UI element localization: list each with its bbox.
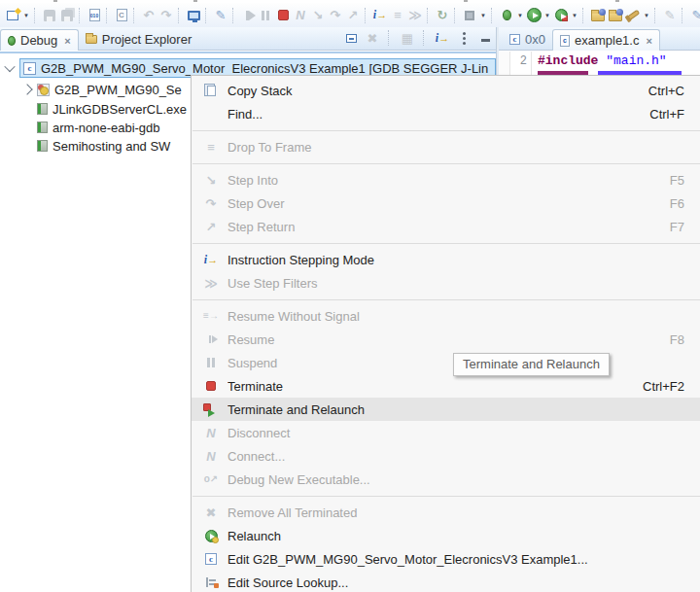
blue-ball-badge — [616, 9, 623, 16]
tree-row-semihosting[interactable]: Semihosting and SW — [37, 136, 170, 156]
collapse-all-button[interactable] — [342, 29, 360, 47]
target-chip-dropdown[interactable]: ▼ — [478, 13, 488, 18]
tab-debug[interactable]: Debug × — [0, 29, 79, 51]
toolbar-separator — [232, 8, 236, 23]
chevron-right-icon[interactable] — [21, 84, 32, 94]
tree-row-jlink-server[interactable]: JLinkGDBServerCL.exe — [37, 99, 187, 119]
instruction-stepping-icon: i→ — [436, 31, 449, 46]
yellow-badge — [212, 537, 219, 543]
refresh-target-button[interactable]: ↻ — [434, 7, 451, 24]
search-button[interactable] — [624, 7, 642, 24]
resume-icon — [199, 335, 223, 343]
step-into-button[interactable]: ↘ — [309, 7, 327, 24]
toolbar-separator — [79, 8, 83, 23]
step-filters-icon: ≫ — [408, 9, 422, 21]
drop-to-frame-button[interactable]: ≡ — [389, 7, 406, 24]
menu-item-relaunch[interactable]: Relaunch — [192, 524, 700, 547]
mark-occurrences-button[interactable]: ✎ — [212, 7, 229, 24]
process-icon — [37, 84, 50, 96]
debug-new-executable-icon: o↗ — [199, 474, 223, 484]
menu-item-edit-source-lookup[interactable]: Edit Source Lookup... — [192, 571, 700, 592]
menu-item-edit-launch-config[interactable]: c Edit G2B_PWM_MG90_Servo_Motor_Elecroni… — [192, 547, 700, 571]
external-tools-icon — [555, 9, 568, 21]
external-tools-button[interactable] — [552, 7, 570, 24]
suspend-button[interactable] — [257, 7, 274, 24]
tree-row-label: G2B_PWM_MG90_Se — [54, 83, 182, 97]
tree-row-gdb[interactable]: arm-none-eabi-gdb — [37, 118, 160, 137]
new-dropdown-button[interactable]: ▼ — [21, 13, 31, 18]
run-dropdown[interactable]: ▼ — [542, 13, 552, 18]
minimize-view-button[interactable] — [476, 29, 494, 47]
editor-tab-row: c 0x0 c example1.c × — [499, 27, 700, 51]
red-badge — [562, 16, 568, 21]
remove-all-icon: ✖ — [368, 32, 378, 45]
external-tools-dropdown[interactable]: ▼ — [570, 13, 579, 18]
view-menu-button[interactable] — [455, 29, 472, 47]
refresh-icon: ↻ — [438, 9, 448, 21]
chevron-down-icon[interactable] — [4, 61, 15, 72]
open-resource-button[interactable] — [607, 7, 624, 24]
stop-icon — [278, 10, 289, 20]
drop-to-frame-icon: ≡ — [199, 141, 223, 154]
open-folder-icon — [609, 12, 622, 21]
build-button[interactable]: C — [113, 7, 130, 24]
menu-item-suspend: Suspend — [192, 351, 700, 374]
run-icon — [527, 8, 542, 22]
tab-example1c[interactable]: c example1.c × — [552, 29, 660, 51]
tree-row-label: G2B_PWM_MG90_Servo_Motor_ElecronicsV3 Ex… — [41, 61, 488, 76]
tab-project-explorer[interactable]: Project Explorer — [79, 28, 198, 50]
menu-item-find[interactable]: Find... Ctrl+F — [192, 102, 700, 125]
toolbar-separator — [365, 8, 368, 23]
menu-item-step-return: ↗ Step Return F7 — [192, 215, 700, 238]
view-layout-button[interactable]: ▦ — [399, 29, 416, 47]
step-return-button[interactable]: ↗ — [344, 7, 362, 24]
remove-all-icon: ✖ — [199, 506, 223, 519]
console-button[interactable] — [185, 7, 202, 24]
instruction-stepping-icon: i→ — [373, 8, 387, 22]
run-button[interactable] — [525, 7, 542, 24]
menu-separator — [192, 238, 700, 248]
undo-button[interactable]: ↶ — [140, 7, 158, 24]
drop-to-frame-icon: ≡ — [394, 9, 402, 21]
step-over-button[interactable]: ↷ — [327, 7, 344, 24]
menu-item-use-step-filters: ≫ Use Step Filters — [192, 271, 700, 295]
binary-file-button[interactable]: 010 — [86, 7, 103, 24]
instruction-stepping-button[interactable]: i→ — [371, 7, 389, 24]
new-file-icon — [7, 11, 18, 20]
resume-button[interactable] — [239, 7, 257, 24]
open-element-button[interactable] — [589, 7, 607, 24]
menu-item-terminate-and-relaunch[interactable]: Terminate and Relaunch — [192, 398, 700, 421]
menu-item-copy-stack[interactable]: Copy Stack Ctrl+C — [192, 79, 700, 102]
menubar-remnant — [53, 0, 57, 2]
menu-item-debug-new-executable: o↗ Debug New Executable... — [192, 468, 700, 491]
target-chip-button[interactable] — [461, 7, 478, 24]
save-all-button[interactable] — [58, 7, 76, 24]
annotation-button[interactable]: ✎ — [661, 7, 679, 24]
tab-0x0[interactable]: c 0x0 — [503, 28, 552, 50]
debug-dropdown[interactable]: ▼ — [515, 13, 525, 18]
close-icon[interactable]: × — [64, 35, 70, 47]
menubar-remnant — [464, 0, 468, 2]
menu-item-terminate[interactable]: Terminate Ctrl+F2 — [192, 374, 700, 398]
toolbar-separator — [34, 8, 38, 23]
disconnect-button[interactable]: N — [292, 7, 309, 24]
menubar-remnant — [193, 0, 197, 2]
instruction-stepping-toggle[interactable]: i→ — [434, 29, 451, 47]
tree-row-target[interactable]: G2B_PWM_MG90_Se — [23, 80, 182, 99]
terminate-icon — [199, 381, 223, 391]
save-button[interactable] — [41, 7, 58, 24]
toolbar-separator — [491, 8, 495, 23]
menu-item-instruction-stepping-mode[interactable]: i→ Instruction Stepping Mode — [192, 248, 700, 271]
search-dropdown[interactable]: ▼ — [642, 13, 651, 18]
redo-button[interactable]: ↷ — [158, 7, 175, 24]
menu-separator — [192, 295, 700, 304]
new-wizard-button[interactable] — [4, 7, 21, 24]
last-edit-button[interactable]: ✎ — [688, 7, 700, 24]
c-file-icon: C — [117, 9, 127, 21]
remove-all-terminated-button[interactable]: ✖ — [364, 29, 381, 47]
terminate-button[interactable] — [274, 7, 292, 24]
close-icon[interactable]: × — [646, 35, 651, 47]
debug-button[interactable] — [498, 7, 515, 24]
use-step-filters-button[interactable]: ≫ — [406, 7, 424, 24]
tooltip-terminate-and-relaunch: Terminate and Relaunch — [453, 353, 610, 376]
